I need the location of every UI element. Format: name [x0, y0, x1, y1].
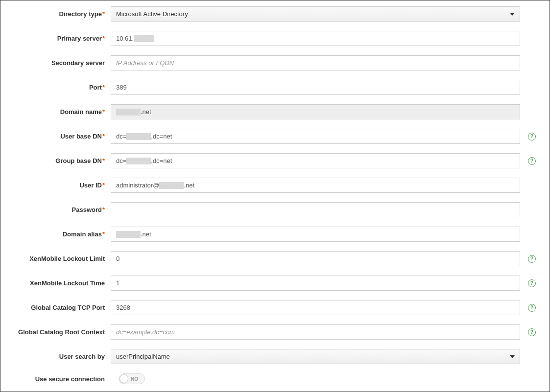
label-port: Port*	[0, 84, 111, 91]
directory-type-select[interactable]: Microsoft Active Directory	[111, 6, 520, 22]
row-port: Port* 389	[0, 80, 540, 95]
user-id-input[interactable]: administrator@xx.net	[111, 178, 520, 193]
domain-name-input: xx.net	[111, 104, 520, 119]
label-lockout-limit: XenMobile Lockout Limit	[0, 255, 111, 262]
group-base-dn-input[interactable]: dc=xx,dc=net	[111, 153, 520, 168]
chevron-down-icon	[510, 355, 515, 358]
label-user-search-by: User search by	[0, 353, 111, 360]
label-primary-server: Primary server*	[0, 35, 111, 42]
row-directory-type: Directory type* Microsoft Active Directo…	[0, 6, 540, 22]
toggle-knob	[120, 374, 128, 383]
help-icon[interactable]: ?	[528, 157, 536, 165]
row-gc-tcp-port: Global Catalog TCP Port 3268 ?	[0, 300, 540, 315]
row-secondary-server: Secondary server	[0, 55, 540, 70]
row-gc-root-context: Global Catalog Root Context ?	[0, 324, 540, 340]
row-user-id: User ID* administrator@xx.net	[0, 178, 540, 193]
help-icon[interactable]: ?	[528, 328, 536, 336]
row-domain-alias: Domain alias* xx.net	[0, 227, 540, 242]
secondary-server-input[interactable]	[111, 55, 520, 70]
user-search-by-select[interactable]: userPrincipalName	[111, 349, 520, 364]
row-use-secure: Use secure connection NO	[0, 373, 540, 384]
chevron-down-icon	[510, 13, 515, 16]
label-use-secure: Use secure connection	[0, 375, 111, 383]
row-group-base-dn: Group base DN* dc=xx,dc=net ?	[0, 153, 540, 168]
lockout-time-input[interactable]: 1	[111, 276, 520, 291]
row-user-base-dn: User base DN* dc=xx,dc=net ?	[0, 129, 540, 144]
row-user-search-by: User search by userPrincipalName	[0, 349, 540, 364]
label-secondary-server: Secondary server	[0, 59, 111, 67]
row-lockout-limit: XenMobile Lockout Limit 0 ?	[0, 251, 540, 266]
password-input[interactable]	[111, 202, 520, 217]
label-password: Password*	[0, 206, 111, 213]
label-user-id: User ID*	[0, 182, 111, 189]
label-lockout-time: XenMobile Lockout Time	[0, 279, 111, 287]
directory-type-value: Microsoft Active Directory	[116, 10, 188, 18]
use-secure-toggle[interactable]: NO	[119, 373, 145, 384]
gc-root-context-input[interactable]	[111, 324, 520, 340]
domain-alias-input[interactable]: xx.net	[111, 227, 520, 242]
help-icon[interactable]: ?	[528, 304, 536, 312]
label-user-base-dn: User base DN*	[0, 133, 111, 140]
help-icon[interactable]: ?	[528, 255, 536, 263]
toggle-label: NO	[131, 376, 138, 382]
label-directory-type: Directory type*	[0, 10, 111, 18]
user-search-by-value: userPrincipalName	[116, 353, 170, 360]
primary-server-input[interactable]: 10.61.xx	[111, 31, 520, 46]
user-base-dn-input[interactable]: dc=xx,dc=net	[111, 129, 520, 144]
help-icon[interactable]: ?	[528, 133, 536, 140]
row-lockout-time: XenMobile Lockout Time 1 ?	[0, 276, 540, 291]
label-domain-name: Domain name*	[0, 108, 111, 115]
row-primary-server: Primary server* 10.61.xx	[0, 31, 540, 46]
help-icon[interactable]: ?	[528, 279, 536, 287]
lockout-limit-input[interactable]: 0	[111, 251, 520, 266]
port-input[interactable]: 389	[111, 80, 520, 95]
label-domain-alias: Domain alias*	[0, 231, 111, 238]
label-gc-root-context: Global Catalog Root Context	[0, 328, 111, 336]
label-group-base-dn: Group base DN*	[0, 157, 111, 164]
label-gc-tcp-port: Global Catalog TCP Port	[0, 304, 111, 311]
row-password: Password*	[0, 202, 540, 217]
row-domain-name: Domain name* xx.net	[0, 104, 540, 119]
ldap-settings-form: Directory type* Microsoft Active Directo…	[0, 0, 550, 392]
gc-tcp-port-input[interactable]: 3268	[111, 300, 520, 315]
